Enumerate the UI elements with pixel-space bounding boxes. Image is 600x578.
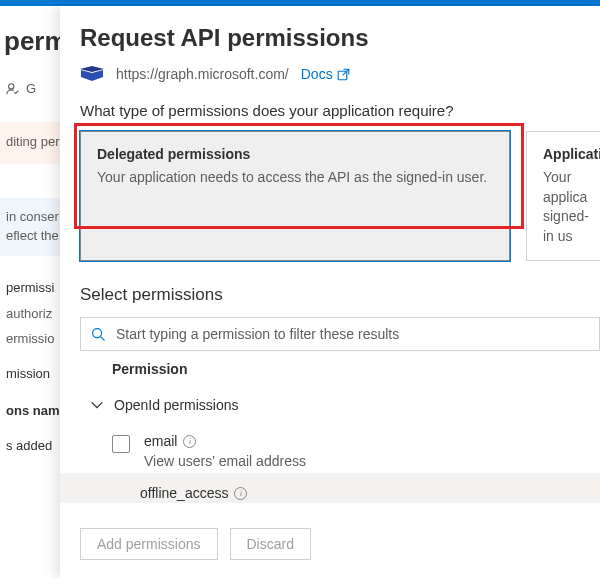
card-desc-line1: Your applica <box>543 168 584 207</box>
card-title: Delegated permissions <box>97 146 493 162</box>
docs-link[interactable]: Docs <box>301 66 350 82</box>
permission-row-offline-access: offline_access i <box>60 473 600 503</box>
info-icon[interactable]: i <box>183 435 196 448</box>
permission-name: offline_access i <box>140 485 247 501</box>
permission-column-header: Permission <box>80 351 600 387</box>
chevron-down-icon <box>90 398 104 412</box>
permission-search-input[interactable] <box>114 325 589 343</box>
bg-warning-text: diting per <box>6 134 59 149</box>
permission-checkbox-email[interactable] <box>112 435 130 453</box>
user-check-icon <box>6 82 20 96</box>
bg-grant-label: G <box>26 81 36 96</box>
card-title: Application <box>543 146 584 162</box>
permission-search-box[interactable] <box>80 317 600 351</box>
permission-group-openid[interactable]: OpenId permissions <box>80 387 600 423</box>
delegated-permissions-card[interactable]: Delegated permissions Your application n… <box>80 131 510 261</box>
card-desc-line2: signed-in us <box>543 207 584 246</box>
svg-point-2 <box>93 328 102 337</box>
permission-type-question: What type of permissions does your appli… <box>80 102 600 119</box>
group-label: OpenId permissions <box>114 397 239 413</box>
external-link-icon <box>337 68 350 81</box>
search-icon <box>91 327 106 342</box>
request-permissions-panel: Request API permissions https://graph.mi… <box>60 6 600 578</box>
permission-type-cards: Delegated permissions Your application n… <box>80 131 600 261</box>
panel-title: Request API permissions <box>80 24 600 52</box>
application-permissions-card[interactable]: Application Your applica signed-in us <box>526 131 600 261</box>
svg-line-3 <box>101 336 105 340</box>
svg-point-0 <box>9 83 14 88</box>
select-permissions-heading: Select permissions <box>80 285 600 305</box>
bg-grant-consent-row[interactable]: G <box>6 81 36 96</box>
docs-link-label: Docs <box>301 66 333 82</box>
info-icon[interactable]: i <box>234 487 247 500</box>
permission-labels: email i View users' email address <box>144 433 306 469</box>
permission-row-email: email i View users' email address <box>80 423 600 473</box>
permission-name-text: email <box>144 433 177 449</box>
api-info-row: https://graph.microsoft.com/ Docs <box>80 66 600 82</box>
permission-name: email i <box>144 433 306 449</box>
panel-footer: Add permissions Discard <box>80 514 600 578</box>
graph-api-icon <box>80 66 104 82</box>
card-desc: Your application needs to access the API… <box>97 168 493 188</box>
api-url: https://graph.microsoft.com/ <box>116 66 289 82</box>
add-permissions-button[interactable]: Add permissions <box>80 528 218 560</box>
permission-name-text: offline_access <box>140 485 228 501</box>
discard-button[interactable]: Discard <box>230 528 311 560</box>
permission-desc: View users' email address <box>144 453 306 469</box>
